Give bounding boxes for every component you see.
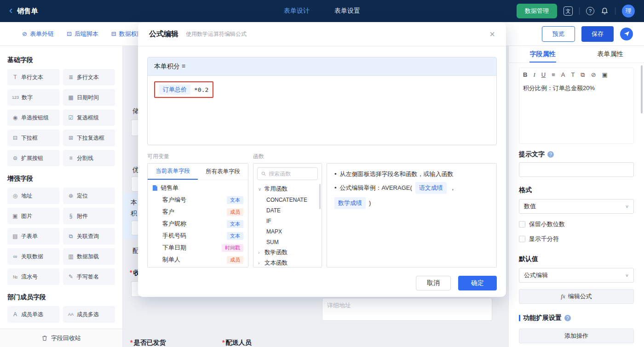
function-item-sum[interactable]: SUM	[253, 237, 322, 247]
function-item-date[interactable]: DATE	[253, 205, 322, 216]
sidebar-item-dropdown-multi[interactable]: ⊞下拉复选框	[63, 130, 115, 146]
variable-field-row[interactable]: 制单人成员	[148, 254, 248, 266]
preview-button[interactable]: 预览	[542, 26, 575, 42]
back-icon[interactable]: ‹	[9, 6, 12, 16]
default-value-select[interactable]: 公式编辑 ∨	[519, 268, 634, 283]
italic-icon[interactable]: I	[533, 72, 535, 78]
insert-image-icon[interactable]: ▣	[602, 72, 608, 78]
panel-scrollbar[interactable]	[641, 65, 643, 114]
function-item-if[interactable]: IF	[253, 216, 322, 226]
variable-field-row[interactable]: 客户昵称文本	[148, 218, 248, 230]
variable-field-row[interactable]: 客户编号文本	[148, 194, 248, 206]
function-search-input[interactable]	[269, 171, 314, 177]
sidebar-item-single-text[interactable]: T单行文本	[7, 69, 59, 85]
function-search-box[interactable]	[257, 167, 318, 180]
attachment-icon: §	[68, 213, 74, 219]
avatar[interactable]: 理	[622, 5, 635, 17]
detail-address-input[interactable]	[327, 302, 487, 309]
field-description-text[interactable]: 积分比例：订单总金额20%	[519, 80, 633, 96]
font-color-icon[interactable]: A	[561, 72, 565, 78]
variable-field-row[interactable]: 手机号码文本	[148, 230, 248, 242]
variable-field-row[interactable]: 下单日期时间戳	[148, 242, 248, 254]
formula-editor[interactable]: 本单积分 = 订单总价 *0.2	[147, 57, 497, 145]
detail-address-field[interactable]	[322, 298, 492, 321]
save-button[interactable]: 保存	[581, 26, 614, 42]
sidebar-item-number[interactable]: 123数字	[7, 89, 59, 106]
extension-help-icon[interactable]: ?	[564, 315, 571, 321]
function-group-common[interactable]: ∨常用函数	[253, 184, 322, 194]
delivery-field-label: *配送人员	[222, 339, 251, 347]
sidebar-item-multi-text[interactable]: ≣多行文本	[63, 69, 115, 85]
sidebar-item-divider[interactable]: ≡分割线	[63, 150, 115, 166]
backend-script-link[interactable]: ⊡ 后端脚本	[67, 30, 98, 38]
sidebar-item-related-query[interactable]: ⧉关联查询	[63, 228, 115, 245]
tab-field-properties[interactable]: 字段属性	[509, 46, 576, 63]
file-icon	[152, 185, 158, 191]
tab-all-form-fields[interactable]: 所有表单字段	[198, 164, 248, 180]
close-icon[interactable]: ×	[489, 29, 495, 39]
hint-text-input[interactable]	[519, 162, 634, 177]
sidebar-item-serial-number[interactable]: №流水号	[7, 268, 59, 285]
function-group-math[interactable]: ›数学函数	[253, 247, 322, 258]
form-external-link[interactable]: ⊘ 表单外链	[22, 30, 54, 38]
tab-form-design[interactable]: 表单设计	[284, 7, 310, 15]
field-description-editor[interactable]: B I U ≡ A T ⧉ ⊘ ▣ 积分比例：订单总金额20%	[519, 68, 634, 144]
sidebar-item-image[interactable]: ▣图片	[7, 208, 59, 224]
data-manage-button[interactable]: 数据管理	[517, 4, 557, 18]
format-value: 数值	[524, 202, 536, 210]
tab-form-properties[interactable]: 表单属性	[576, 46, 644, 63]
link-icon[interactable]: ⧉	[581, 72, 585, 78]
sidebar-item-radio-group[interactable]: ◉单选按钮组	[7, 109, 59, 126]
function-item-concatenate[interactable]: CONCATENATE	[253, 194, 322, 205]
unlink-icon[interactable]: ⊘	[591, 72, 596, 78]
sidebar-item-member-single[interactable]: A成员单选	[7, 306, 59, 323]
formula-selection-highlight[interactable]: 订单总价 *0.2	[154, 81, 213, 98]
sidebar-item-member-multi[interactable]: AA成员多选	[63, 306, 115, 323]
formula-expression-text[interactable]: *0.2	[194, 86, 208, 93]
sidebar-item-address[interactable]: ◎地址	[7, 188, 59, 204]
variable-field-row[interactable]: 客户成员	[148, 206, 248, 218]
align-icon[interactable]: ≡	[552, 72, 555, 78]
sidebar-item-datetime[interactable]: ▦日期时间	[63, 89, 115, 106]
section-enhanced-fields: 增强字段 ◎地址 ⊕定位 ▣图片 §附件 ▤子表单 ⧉关联查询 ∞关联数据 ▥数…	[7, 175, 115, 285]
sidebar-item-checkbox-group[interactable]: ☑复选框组	[63, 109, 115, 126]
variables-root-node[interactable]: 销售单	[148, 180, 248, 194]
function-item-mapx[interactable]: MAPX	[253, 226, 322, 237]
edit-formula-button[interactable]: fx 编辑公式	[519, 289, 634, 304]
underline-icon[interactable]: U	[541, 72, 546, 78]
variable-name: 客户编号	[162, 196, 186, 204]
sidebar-item-location[interactable]: ⊕定位	[63, 188, 115, 204]
add-action-button[interactable]: 添加操作	[519, 329, 634, 343]
sidebar-item-attachment[interactable]: §附件	[63, 208, 115, 224]
bell-icon[interactable]	[601, 7, 609, 15]
thousand-separator-checkbox-row[interactable]: 显示千分符	[519, 235, 634, 243]
hint-help-icon[interactable]: ?	[547, 151, 554, 158]
translate-icon[interactable]: 文	[564, 6, 573, 16]
bold-icon[interactable]: B	[523, 72, 527, 78]
share-icon[interactable]	[620, 28, 633, 40]
extend-button-icon: ⊜	[12, 155, 18, 161]
help-icon[interactable]: ?	[586, 7, 594, 15]
formula-expression-area[interactable]: 订单总价 *0.2	[148, 76, 496, 103]
tab-form-settings[interactable]: 表单设置	[334, 7, 360, 15]
field-token-order-total[interactable]: 订单总价	[159, 85, 190, 95]
confirm-button[interactable]: 确定	[458, 276, 497, 290]
font-size-icon[interactable]: T	[571, 72, 575, 78]
sidebar-item-subform[interactable]: ▤子表单	[7, 228, 59, 245]
sidebar-item-signature[interactable]: ✎手写签名	[63, 268, 115, 285]
sidebar-item-dropdown[interactable]: ⊟下拉框	[7, 130, 59, 146]
format-select[interactable]: 数值 ∨	[519, 199, 634, 214]
sidebar-item-data-load[interactable]: ▥数据加载	[63, 248, 115, 265]
function-group-text[interactable]: ›文本函数	[253, 258, 322, 267]
functions-scrollbar[interactable]	[319, 184, 321, 209]
sidebar-item-extend-button[interactable]: ⊜扩展按钮	[7, 150, 59, 166]
decimal-checkbox-row[interactable]: 保留小数位数	[519, 220, 634, 228]
variable-name: 手机号码	[162, 232, 186, 240]
tab-current-form-fields[interactable]: 当前表单字段	[148, 164, 198, 180]
form-designer-app: ‹ 销售单 表单设计 表单设置 数据管理 文 ? 理 ⊘ 表单外链 ⊡ 后端脚本	[0, 0, 644, 347]
field-recycle-bin[interactable]: 字段回收站	[0, 329, 122, 347]
sidebar-item-related-data[interactable]: ∞关联数据	[7, 248, 59, 265]
cancel-button[interactable]: 取消	[416, 276, 451, 290]
thousand-separator-checkbox[interactable]	[519, 236, 525, 242]
decimal-checkbox[interactable]	[519, 221, 525, 228]
